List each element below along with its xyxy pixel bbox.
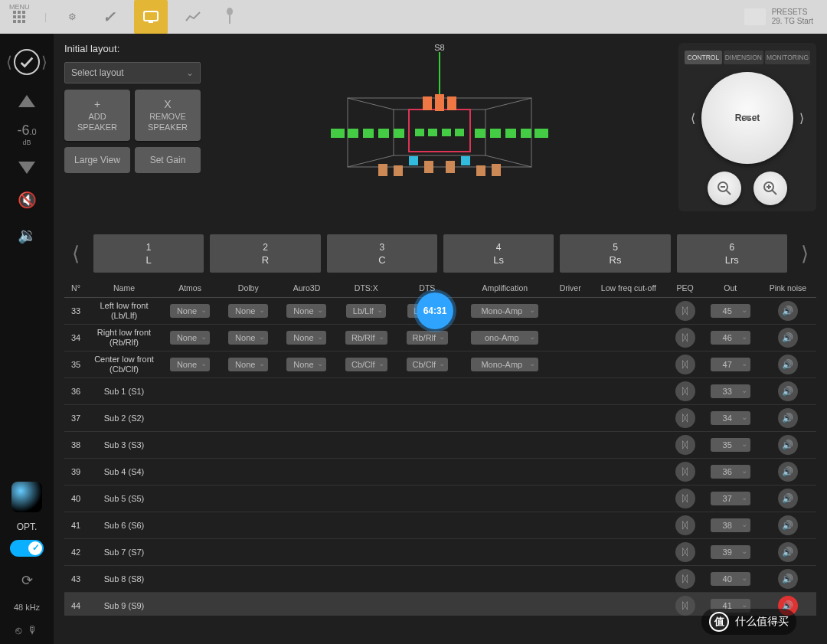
dropdown[interactable]: 37 xyxy=(711,492,750,505)
chart-icon[interactable] xyxy=(181,5,204,28)
channel-button-C[interactable]: 3C xyxy=(327,234,437,273)
channels-prev-button[interactable]: ⟨ xyxy=(64,242,87,266)
dropdown[interactable]: Lb/Llf xyxy=(346,304,386,318)
zoom-in-button[interactable] xyxy=(753,172,787,205)
dropdown[interactable]: Cb/Clf xyxy=(345,358,387,371)
peq-button[interactable]: ᛞ xyxy=(675,381,695,401)
peq-button[interactable]: ᛞ xyxy=(675,301,695,321)
table-row[interactable]: 35Center low front (Cb/Clf)NoneNoneNoneC… xyxy=(64,351,816,378)
rotate-right-icon[interactable]: ⟩ xyxy=(799,111,804,126)
screen-icon[interactable] xyxy=(134,0,168,34)
pink-noise-button[interactable]: 🔊 xyxy=(778,301,798,321)
check-circle-icon[interactable] xyxy=(14,49,40,75)
pink-noise-button[interactable]: 🔊 xyxy=(778,408,798,428)
dropdown[interactable]: 47 xyxy=(711,358,750,371)
mic2-icon[interactable]: 🎙 xyxy=(28,624,38,636)
peq-button[interactable]: ᛞ xyxy=(675,569,695,589)
dropdown[interactable]: 36 xyxy=(711,465,750,479)
dropdown[interactable]: Rb/Rlf xyxy=(407,331,449,345)
channel-button-Ls[interactable]: 4Ls xyxy=(443,234,554,273)
dropdown[interactable]: 33 xyxy=(711,384,750,398)
tab-monitoring[interactable]: MONITORING xyxy=(765,51,810,64)
pink-noise-button[interactable]: 🔊 xyxy=(778,435,798,455)
peq-button[interactable]: ᛞ xyxy=(675,328,695,348)
table-row[interactable]: 36Sub 1 (S1)ᛞ33🔊 xyxy=(64,378,816,405)
dropdown[interactable]: 40 xyxy=(711,572,750,586)
dropdown[interactable]: Rb/Rlf xyxy=(345,331,387,345)
peq-button[interactable]: ᛞ xyxy=(675,515,695,535)
preset-selector[interactable]: PRESETS 29. TG Start xyxy=(738,5,819,29)
dropdown[interactable]: None xyxy=(228,331,268,345)
dropdown[interactable]: None xyxy=(228,304,268,318)
pink-noise-button[interactable]: 🔊 xyxy=(778,381,798,401)
dim-icon[interactable]: 🔉 xyxy=(18,226,37,244)
dropdown[interactable]: None xyxy=(286,331,326,345)
zoom-out-button[interactable] xyxy=(708,172,741,205)
pink-noise-button[interactable]: 🔊 xyxy=(778,355,798,374)
table-row[interactable]: 39Sub 4 (S4)ᛞ36🔊 xyxy=(64,459,816,485)
dropdown[interactable]: 35 xyxy=(711,438,750,452)
table-row[interactable]: 40Sub 5 (S5)ᛞ37🔊 xyxy=(64,485,816,512)
dropdown[interactable]: None xyxy=(170,304,210,318)
table-row[interactable]: 37Sub 2 (S2)ᛞ34🔊 xyxy=(64,405,816,432)
chevron-right-icon[interactable]: ⟩ xyxy=(41,53,47,71)
table-row[interactable]: 44Sub 9 (S9)ᛞ41🔊 xyxy=(64,593,816,616)
chevron-left-icon[interactable]: ⟨ xyxy=(6,53,12,71)
dropdown[interactable]: 38 xyxy=(711,518,750,532)
mic-icon[interactable] xyxy=(218,5,241,28)
volume-down-icon[interactable] xyxy=(18,162,35,174)
dropdown[interactable]: 45 xyxy=(711,304,750,318)
peq-button[interactable]: ᛞ xyxy=(675,596,695,616)
peq-button[interactable]: ᛞ xyxy=(675,408,695,428)
dropdown[interactable]: 46 xyxy=(711,331,750,345)
opt-toggle[interactable]: ✓ xyxy=(10,540,44,557)
channel-button-R[interactable]: 2R xyxy=(210,234,320,273)
pink-noise-button[interactable]: 🔊 xyxy=(778,328,798,348)
reset-button[interactable]: Reset xyxy=(701,72,793,164)
table-row[interactable]: 43Sub 8 (S8)ᛞ40🔊 xyxy=(64,566,816,593)
remove-speaker-button[interactable]: XREMOVE SPEAKER xyxy=(135,90,201,141)
dropdown[interactable]: Mono-Amp xyxy=(471,304,538,318)
dropdown[interactable]: Mono-Amp xyxy=(471,358,538,371)
dropdown[interactable]: 39 xyxy=(711,545,750,559)
refresh-icon[interactable]: ⟳ xyxy=(21,572,33,589)
large-view-button[interactable]: Large View xyxy=(64,147,130,173)
dropdown[interactable]: None xyxy=(286,358,326,371)
dropdown[interactable]: None xyxy=(286,304,326,318)
peq-button[interactable]: ᛞ xyxy=(675,355,695,374)
dropdown[interactable]: ono-Amp xyxy=(471,331,538,345)
volume-up-icon[interactable] xyxy=(18,95,35,107)
channels-next-button[interactable]: ⟩ xyxy=(793,242,816,266)
table-row[interactable]: 38Sub 3 (S3)ᛞ35🔊 xyxy=(64,432,816,459)
dropdown[interactable]: 34 xyxy=(711,411,750,425)
pink-noise-button[interactable]: 🔊 xyxy=(778,462,798,482)
peq-button[interactable]: ᛞ xyxy=(675,435,695,455)
wifi-icon[interactable]: ⎋ xyxy=(15,624,21,636)
dropdown[interactable]: None xyxy=(228,358,268,371)
pink-noise-button[interactable]: 🔊 xyxy=(778,515,798,535)
channel-button-L[interactable]: 1L xyxy=(93,234,204,273)
dropdown[interactable]: Cb/Clf xyxy=(407,358,449,371)
speaker-table[interactable]: N°NameAtmosDolbyAuro3DDTS:XDTSAmplificat… xyxy=(64,279,816,616)
set-gain-button[interactable]: Set Gain xyxy=(135,147,201,173)
channel-button-Lrs[interactable]: 6Lrs xyxy=(677,234,787,273)
peq-button[interactable]: ᛞ xyxy=(675,489,695,508)
dropdown[interactable]: None xyxy=(170,358,210,371)
peq-button[interactable]: ᛞ xyxy=(675,462,695,482)
select-layout-dropdown[interactable]: Select layout⌄ xyxy=(64,62,201,83)
rotate-left-icon[interactable]: ⟨ xyxy=(691,111,695,126)
dropdown[interactable]: None xyxy=(170,331,210,345)
mute-icon[interactable]: 🔇 xyxy=(18,191,37,209)
room-visualization[interactable]: S8 xyxy=(208,43,671,211)
pink-noise-button[interactable]: 🔊 xyxy=(778,489,798,508)
pink-noise-button[interactable]: 🔊 xyxy=(778,542,798,562)
table-row[interactable]: 41Sub 6 (S6)ᛞ38🔊 xyxy=(64,512,816,539)
peq-button[interactable]: ᛞ xyxy=(675,542,695,562)
channel-button-Rs[interactable]: 5Rs xyxy=(560,234,670,273)
table-row[interactable]: 42Sub 7 (S7)ᛞ39🔊 xyxy=(64,539,816,566)
tab-control[interactable]: CONTROL xyxy=(685,51,722,64)
check-icon[interactable]: ✓ xyxy=(97,5,120,28)
tab-dimension[interactable]: DIMENSION xyxy=(724,51,763,64)
add-speaker-button[interactable]: +ADD SPEAKER xyxy=(64,90,130,141)
gear-icon[interactable]: ⚙ xyxy=(60,5,83,28)
